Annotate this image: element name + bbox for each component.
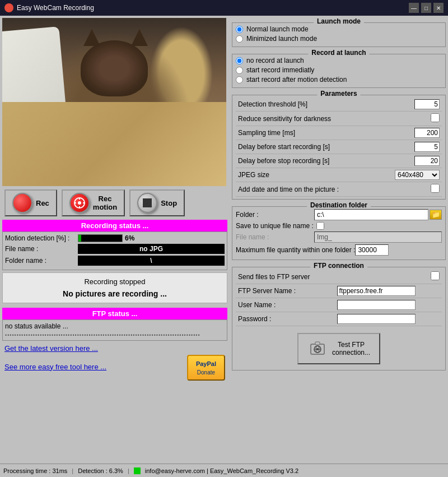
sofa — [2, 102, 226, 186]
stop-button[interactable]: Stop — [129, 189, 185, 216]
param-date-row: Add date and time on the picture : — [236, 182, 442, 197]
ftp-server-input[interactable] — [337, 286, 416, 296]
green-indicator — [134, 467, 141, 474]
add-date-checkbox[interactable] — [431, 184, 440, 193]
param-sampling-val — [376, 126, 442, 140]
folder-name-label: Folder name : — [5, 257, 78, 265]
jpeg-size-select[interactable]: 640x480 320x240 1280x960 — [395, 170, 440, 180]
param-sensitivity-row: Reduce sensitivity for darkness — [236, 112, 442, 126]
svg-point-10 — [316, 348, 319, 350]
dest-unique-checkbox[interactable] — [316, 222, 324, 230]
launch-minimized-radio[interactable] — [236, 35, 243, 43]
ftp-status-label: FTP status ... — [92, 309, 138, 318]
webcam-image — [2, 18, 226, 186]
ftp-pass-input[interactable] — [337, 314, 416, 324]
parameters-title: Parameters — [317, 90, 360, 98]
dest-maxfiles-row: Maximum file quantity within one folder … — [236, 244, 442, 256]
email-info: info@easy-herve.com | Easy_WebCam_Record… — [145, 467, 298, 474]
param-delay-start-row: Delay before start recording [s] — [236, 140, 442, 154]
detection-threshold-input[interactable] — [414, 99, 440, 109]
parameters-group: Parameters Detection threshold [%] Reduc… — [232, 95, 446, 200]
param-date-label: Add date and time on the picture : — [236, 182, 376, 197]
file-name-value: no JPG — [78, 244, 225, 254]
title-bar: Easy WebCam Recording — □ ✕ — [0, 0, 448, 16]
folder-name-value: \ — [78, 256, 225, 266]
param-delay-stop-row: Delay before stop recording [s] — [236, 154, 442, 168]
param-detection-val — [376, 98, 442, 112]
delay-stop-input[interactable] — [414, 156, 440, 166]
record-at-launch-title: Record at launch — [308, 49, 369, 57]
param-jpeg-label: JPEG size — [236, 168, 376, 182]
dest-folder-label: Folder : — [236, 211, 314, 219]
motion-row: Motion detection [%] : 6% — [5, 234, 225, 242]
dest-maxfiles-input[interactable] — [355, 244, 389, 256]
title-bar-left: Easy WebCam Recording — [4, 3, 94, 12]
app-icon — [4, 3, 13, 12]
ftp-send-val — [335, 270, 442, 284]
record-none-radio[interactable] — [236, 57, 243, 64]
recording-stopped-panel: Recording stopped No pictures are record… — [2, 272, 227, 303]
params-table: Detection threshold [%] Reduce sensitivi… — [236, 98, 442, 197]
launch-normal-radio[interactable] — [236, 26, 243, 33]
dest-folder-row: Folder : 📁 — [236, 209, 442, 220]
more-tools-link[interactable]: See more easy free tool here ... — [4, 363, 106, 371]
folder-browse-icon[interactable]: 📁 — [430, 210, 442, 220]
launch-minimized-label: Minimized launch mode — [246, 35, 317, 43]
title-bar-controls: — □ ✕ — [409, 3, 444, 13]
rec-motion-label: Recmotion — [93, 194, 117, 211]
launch-mode-group: Launch mode Normal launch mode Minimized… — [232, 22, 446, 47]
main-container: Rec Recmotion — [0, 16, 448, 464]
param-sampling-label: Sampling time [ms] — [236, 126, 376, 140]
param-delay-stop-label: Delay before stop recording [s] — [236, 154, 376, 168]
ftp-status-text: no status available ... — [5, 322, 225, 330]
ftp-server-val — [335, 284, 442, 298]
ftp-pass-label: Password : — [236, 312, 335, 326]
dest-maxfiles-label: Maximum file quantity within one folder … — [236, 246, 355, 254]
minimize-button[interactable]: — — [409, 3, 419, 13]
delay-start-input[interactable] — [414, 142, 440, 152]
close-button[interactable]: ✕ — [433, 3, 444, 13]
ftp-send-row: Send files to FTP server — [236, 270, 442, 284]
maximize-button[interactable]: □ — [421, 3, 431, 13]
ftp-status-panel: no status available ... ••••••••••••••••… — [2, 319, 227, 341]
bottom-links-row: See more easy free tool here ... PayPalD… — [4, 355, 225, 381]
ftp-group: FTP connection Send files to FTP server … — [232, 267, 446, 371]
test-ftp-button[interactable]: Test FTPconnection... — [297, 333, 380, 364]
record-immediately-radio[interactable] — [236, 67, 243, 74]
param-delay-stop-val — [376, 154, 442, 168]
folder-name-row: Folder name : \ — [5, 256, 225, 266]
ftp-title: FTP connection — [310, 262, 367, 270]
record-immediately-label: start record immediatly — [246, 66, 314, 74]
ftp-server-row: FTP Server Name : — [236, 284, 442, 298]
record-motion-radio[interactable] — [236, 76, 243, 84]
controls-row: Rec Recmotion — [2, 186, 227, 220]
ftp-send-label: Send files to FTP server — [236, 270, 335, 284]
no-pictures-text: No pictures are recording ... — [7, 289, 222, 298]
file-name-row: File name : no JPG — [5, 244, 225, 254]
test-ftp-label: Test FTPconnection... — [332, 341, 370, 356]
rec-button[interactable]: Rec — [4, 189, 57, 216]
motion-label: Motion detection [%] : — [5, 234, 78, 242]
launch-mode-title: Launch mode — [314, 17, 364, 25]
dest-folder-input[interactable] — [314, 209, 428, 220]
rec-motion-button[interactable]: Recmotion — [62, 189, 125, 216]
ftp-send-checkbox[interactable] — [431, 271, 440, 280]
record-none-label: no record at launch — [246, 57, 304, 64]
cat-ear-right — [131, 29, 148, 46]
record-motion-row: start record after motion detection — [236, 76, 442, 84]
param-detection-label: Detection threshold [%] — [236, 98, 376, 112]
bottom-links: Get the latest version here ... See more… — [2, 341, 227, 384]
stop-label: Stop — [161, 199, 177, 207]
sampling-time-input[interactable] — [414, 128, 440, 138]
detection-val: Detection : 6.3% — [78, 467, 123, 474]
ftp-dots: ••••••••••••••••••••••••••••••••••••••••… — [5, 332, 225, 338]
ftp-pass-row: Password : — [236, 312, 442, 326]
record-at-launch-group: Record at launch no record at launch sta… — [232, 54, 446, 88]
latest-version-link[interactable]: Get the latest version here ... — [4, 344, 225, 353]
svg-rect-11 — [315, 342, 320, 345]
ftp-user-input[interactable] — [337, 300, 416, 310]
paypal-button[interactable]: PayPalDonate — [187, 355, 225, 381]
reduce-sensitivity-checkbox[interactable] — [431, 113, 440, 122]
rec-motion-icon — [69, 193, 90, 213]
dest-unique-row: Save to unique file name : — [236, 222, 442, 230]
